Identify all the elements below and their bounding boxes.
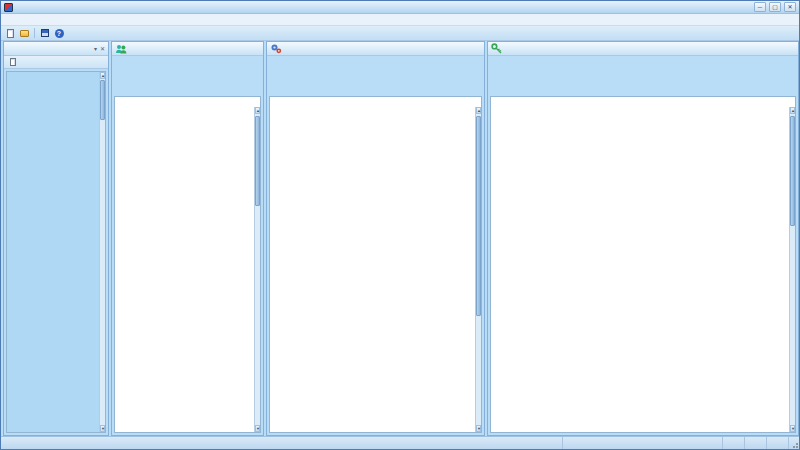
app-icon (4, 3, 13, 12)
panel-identity-groups: ▾ ✕ ▲ ▼ (3, 41, 109, 436)
scroll-up-icon[interactable]: ▲ (476, 107, 481, 114)
scrollbar-thumb[interactable] (476, 116, 481, 316)
roles-header (267, 42, 484, 56)
identity-groups-header: ▾ ✕ (4, 42, 108, 56)
title-bar: ─ ▢ ✕ (1, 1, 799, 14)
scroll-down-icon[interactable]: ▼ (100, 425, 105, 432)
permissions-scrollbar[interactable]: ▲ ▼ (789, 107, 795, 432)
roles-table-header (270, 97, 481, 107)
permissions-icon (491, 43, 503, 54)
roles-icon (270, 43, 282, 54)
new-document-button[interactable] (4, 27, 16, 39)
new-document-icon (7, 29, 14, 38)
tree-scrollbar[interactable]: ▲ ▼ (99, 72, 105, 432)
panel-identities: ▲ ▼ (111, 41, 264, 436)
status-scroll (767, 437, 789, 449)
status-bar (1, 436, 799, 449)
scroll-down-icon[interactable]: ▼ (790, 425, 795, 432)
identity-group-tree (7, 72, 99, 432)
identities-table: ▲ ▼ (114, 96, 261, 433)
status-caps (723, 437, 745, 449)
status-ready (1, 437, 563, 449)
panel-permissions: ▲ ▼ (487, 41, 799, 436)
status-user (563, 437, 723, 449)
permissions-table-body (491, 107, 789, 432)
scroll-up-icon[interactable]: ▲ (790, 107, 795, 114)
app-window: ─ ▢ ✕ ? ▾ ✕ ▲ ▼ (0, 0, 800, 450)
roles-scrollbar[interactable]: ▲ ▼ (475, 107, 481, 432)
help-button[interactable]: ? (53, 27, 65, 39)
menu-bar (1, 14, 799, 26)
identities-table-header (115, 97, 260, 107)
identities-scrollbar[interactable]: ▲ ▼ (254, 107, 260, 432)
close-panel-icon[interactable]: ✕ (100, 46, 105, 52)
save-icon (41, 29, 49, 37)
scrollbar-thumb[interactable] (255, 116, 260, 206)
open-folder-icon (20, 30, 29, 37)
maximize-button[interactable]: ▢ (769, 2, 781, 12)
roles-table: ▲ ▼ (269, 96, 482, 433)
scroll-up-icon[interactable]: ▲ (255, 107, 260, 114)
identities-icon (115, 44, 127, 54)
status-num (745, 437, 767, 449)
close-button[interactable]: ✕ (784, 2, 796, 12)
permissions-filters (490, 56, 796, 96)
identities-header (112, 42, 263, 56)
identities-filters (114, 56, 261, 96)
permissions-header (488, 42, 798, 56)
scroll-down-icon[interactable]: ▼ (476, 425, 481, 432)
permissions-table: ▲ ▼ (490, 96, 796, 433)
save-button[interactable] (39, 27, 51, 39)
pin-icon[interactable]: ▾ (94, 46, 97, 52)
toolbar-separator (34, 28, 35, 38)
permissions-table-header (491, 97, 795, 107)
identity-group-tree-wrap: ▲ ▼ (6, 71, 106, 433)
scroll-up-icon[interactable]: ▲ (100, 72, 105, 79)
panel-roles: ▲ ▼ (266, 41, 485, 436)
scroll-down-icon[interactable]: ▼ (255, 425, 260, 432)
open-button[interactable] (18, 27, 30, 39)
resize-grip[interactable] (789, 437, 799, 449)
help-icon: ? (55, 29, 64, 38)
toolbar: ? (1, 26, 799, 41)
tree-tool-button[interactable] (7, 57, 18, 68)
roles-table-body (270, 107, 475, 432)
scrollbar-thumb[interactable] (100, 80, 105, 120)
identities-table-body (115, 107, 254, 432)
workspace: ▾ ✕ ▲ ▼ (1, 41, 799, 436)
identity-groups-toolbar (4, 56, 108, 69)
minimize-button[interactable]: ─ (754, 2, 766, 12)
scrollbar-thumb[interactable] (790, 116, 795, 226)
tree-tool-icon (10, 58, 16, 66)
roles-filters (269, 56, 482, 96)
